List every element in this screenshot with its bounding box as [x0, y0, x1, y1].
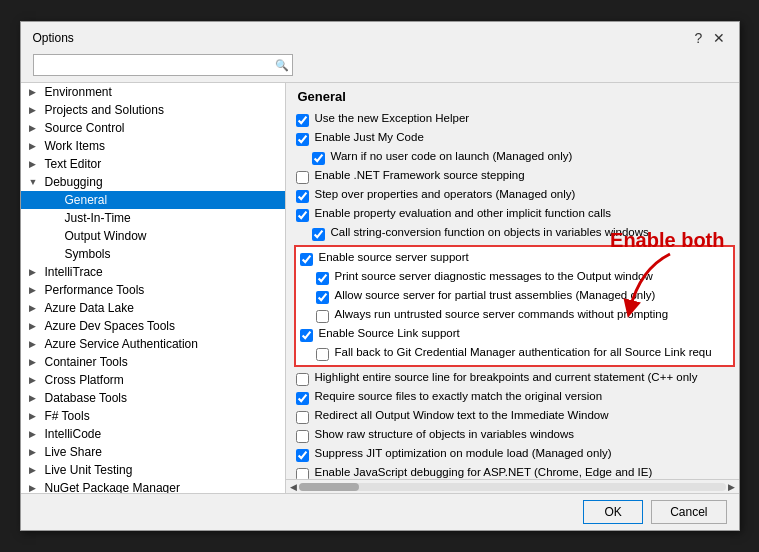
tree-arrow-nuget: ▶	[29, 483, 45, 493]
option-row-show-raw-structure: Show raw structure of objects in variabl…	[294, 426, 735, 445]
checkbox-property-eval[interactable]	[296, 209, 309, 222]
option-row-require-source-files: Require source files to exactly match th…	[294, 388, 735, 407]
scrollbar-thumb[interactable]	[299, 483, 359, 491]
tree-item-azure-dev-spaces[interactable]: ▶Azure Dev Spaces Tools	[21, 317, 285, 335]
close-button[interactable]: ✕	[711, 30, 727, 46]
search-icon-button[interactable]: 🔍	[272, 55, 292, 75]
checkbox-step-over-props[interactable]	[296, 190, 309, 203]
bottom-bar: OK Cancel	[21, 493, 739, 530]
cancel-button[interactable]: Cancel	[651, 500, 726, 524]
checkbox-highlight-source-line[interactable]	[296, 373, 309, 386]
option-row-property-eval: Enable property evaluation and other imp…	[294, 205, 735, 224]
tree-item-azure-service-auth[interactable]: ▶Azure Service Authentication	[21, 335, 285, 353]
tree-item-general[interactable]: General	[21, 191, 285, 209]
checkbox-source-server-support[interactable]	[300, 253, 313, 266]
tree-item-nuget[interactable]: ▶NuGet Package Manager	[21, 479, 285, 493]
search-bar: 🔍	[21, 50, 739, 82]
tree-item-projects-solutions[interactable]: ▶Projects and Solutions	[21, 101, 285, 119]
tree-item-container-tools[interactable]: ▶Container Tools	[21, 353, 285, 371]
option-row-just-my-code: Enable Just My Code	[294, 129, 735, 148]
tree-item-environment[interactable]: ▶Environment	[21, 83, 285, 101]
help-button[interactable]: ?	[691, 30, 707, 46]
tree-label-live-share: Live Share	[45, 445, 281, 459]
checkbox-warn-no-user-code[interactable]	[312, 152, 325, 165]
tree-label-azure-service-auth: Azure Service Authentication	[45, 337, 281, 351]
tree-item-live-share[interactable]: ▶Live Share	[21, 443, 285, 461]
tree-item-work-items[interactable]: ▶Work Items	[21, 137, 285, 155]
checkbox-net-framework-stepping[interactable]	[296, 171, 309, 184]
tree-label-nuget: NuGet Package Manager	[45, 481, 281, 493]
option-row-suppress-jit: Suppress JIT optimization on module load…	[294, 445, 735, 464]
option-row-net-framework-stepping: Enable .NET Framework source stepping	[294, 167, 735, 186]
checkbox-redirect-output[interactable]	[296, 411, 309, 424]
tree-label-cross-platform: Cross Platform	[45, 373, 281, 387]
search-input[interactable]	[34, 55, 272, 75]
option-label-suppress-jit: Suppress JIT optimization on module load…	[315, 447, 612, 459]
checkbox-always-run-untrusted[interactable]	[316, 310, 329, 323]
option-row-highlight-source-line: Highlight entire source line for breakpo…	[294, 369, 735, 388]
left-panel: ▶Environment▶Projects and Solutions▶Sour…	[21, 83, 286, 493]
tree-item-live-unit-testing[interactable]: ▶Live Unit Testing	[21, 461, 285, 479]
tree-item-database-tools[interactable]: ▶Database Tools	[21, 389, 285, 407]
tree-label-fsharp-tools: F# Tools	[45, 409, 281, 423]
option-label-warn-no-user-code: Warn if no user code on launch (Managed …	[331, 150, 573, 162]
tree-item-azure-data-lake[interactable]: ▶Azure Data Lake	[21, 299, 285, 317]
option-label-net-framework-stepping: Enable .NET Framework source stepping	[315, 169, 525, 181]
option-label-highlight-source-line: Highlight entire source line for breakpo…	[315, 371, 698, 383]
option-label-property-eval: Enable property evaluation and other imp…	[315, 207, 612, 219]
option-row-enable-js-debug: Enable JavaScript debugging for ASP.NET …	[294, 464, 735, 479]
checkbox-just-my-code[interactable]	[296, 133, 309, 146]
option-label-step-over-props: Step over properties and operators (Mana…	[315, 188, 576, 200]
tree-item-source-control[interactable]: ▶Source Control	[21, 119, 285, 137]
dialog-title: Options	[33, 31, 74, 45]
scroll-right-arrow[interactable]: ▶	[726, 482, 737, 492]
tree-label-performance-tools: Performance Tools	[45, 283, 281, 297]
tree-item-performance-tools[interactable]: ▶Performance Tools	[21, 281, 285, 299]
tree-item-intellicode[interactable]: ▶IntelliCode	[21, 425, 285, 443]
option-label-redirect-output: Redirect all Output Window text to the I…	[315, 409, 609, 421]
checkbox-print-diag-msgs[interactable]	[316, 272, 329, 285]
tree-item-debugging[interactable]: ▼Debugging	[21, 173, 285, 191]
tree-arrow-text-editor: ▶	[29, 159, 45, 169]
tree-arrow-source-control: ▶	[29, 123, 45, 133]
tree-label-work-items: Work Items	[45, 139, 281, 153]
tree-item-fsharp-tools[interactable]: ▶F# Tools	[21, 407, 285, 425]
checkbox-allow-partial-trust[interactable]	[316, 291, 329, 304]
checkbox-show-raw-structure[interactable]	[296, 430, 309, 443]
tree-label-output-window: Output Window	[65, 229, 281, 243]
tree-arrow-fsharp-tools: ▶	[29, 411, 45, 421]
checkbox-call-string-conv[interactable]	[312, 228, 325, 241]
scrollbar-track[interactable]	[299, 483, 726, 491]
tree-label-intellitrace: IntelliTrace	[45, 265, 281, 279]
checkbox-suppress-jit[interactable]	[296, 449, 309, 462]
checkbox-fall-back-git[interactable]	[316, 348, 329, 361]
checkbox-enable-js-debug[interactable]	[296, 468, 309, 479]
title-bar: Options ? ✕	[21, 22, 739, 50]
checkbox-source-link-support[interactable]	[300, 329, 313, 342]
option-label-allow-partial-trust: Allow source server for partial trust as…	[335, 289, 656, 301]
tree-label-symbols: Symbols	[65, 247, 281, 261]
tree-arrow-live-unit-testing: ▶	[29, 465, 45, 475]
option-label-always-run-untrusted: Always run untrusted source server comma…	[335, 308, 669, 320]
tree-arrow-azure-data-lake: ▶	[29, 303, 45, 313]
tree-item-just-in-time[interactable]: Just-In-Time	[21, 209, 285, 227]
tree-item-symbols[interactable]: Symbols	[21, 245, 285, 263]
tree-label-just-in-time: Just-In-Time	[65, 211, 281, 225]
scroll-left-arrow[interactable]: ◀	[288, 482, 299, 492]
tree-arrow-live-share: ▶	[29, 447, 45, 457]
tree-label-azure-dev-spaces: Azure Dev Spaces Tools	[45, 319, 281, 333]
checkbox-require-source-files[interactable]	[296, 392, 309, 405]
tree-item-text-editor[interactable]: ▶Text Editor	[21, 155, 285, 173]
tree-item-cross-platform[interactable]: ▶Cross Platform	[21, 371, 285, 389]
tree-label-database-tools: Database Tools	[45, 391, 281, 405]
ok-button[interactable]: OK	[583, 500, 643, 524]
tree-arrow-database-tools: ▶	[29, 393, 45, 403]
tree-item-output-window[interactable]: Output Window	[21, 227, 285, 245]
horizontal-scrollbar[interactable]: ◀ ▶	[286, 479, 739, 493]
tree-arrow-projects-solutions: ▶	[29, 105, 45, 115]
options-dialog: Options ? ✕ 🔍 ▶Environment▶Projects and …	[20, 21, 740, 531]
option-label-source-link-support: Enable Source Link support	[319, 327, 460, 339]
tree-arrow-intellitrace: ▶	[29, 267, 45, 277]
checkbox-exception-helper[interactable]	[296, 114, 309, 127]
tree-item-intellitrace[interactable]: ▶IntelliTrace	[21, 263, 285, 281]
